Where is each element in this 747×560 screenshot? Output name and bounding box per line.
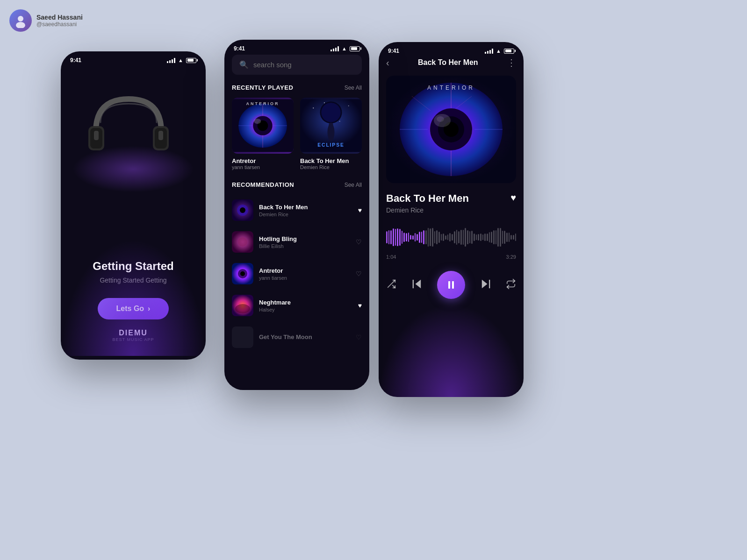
svg-point-20: [313, 107, 314, 108]
getting-started-subtitle: Getting Started Getting: [70, 276, 196, 284]
search-input[interactable]: [253, 61, 354, 69]
waveform-bar: [415, 233, 416, 241]
user-badge: Saeed Hassani @saeedhassani: [9, 9, 83, 32]
album-cards: ANTERIOR Antretor yann tiarsen: [232, 98, 362, 170]
signal-icon-3: [485, 48, 493, 54]
svg-text:ECLIPSE: ECLIPSE: [317, 142, 345, 148]
shuffle-button[interactable]: [386, 279, 396, 291]
waveform-bar: [504, 231, 505, 244]
more-options-button[interactable]: ⋮: [507, 57, 516, 68]
wifi-icon: ▲: [178, 57, 183, 63]
status-bar-2: 9:41 ▲: [224, 40, 369, 55]
waveform-bar: [467, 230, 468, 244]
album-artist-eclipse: Demien Rice: [300, 164, 362, 170]
waveform-bar: [489, 232, 490, 242]
heart-icon-0[interactable]: ♥: [358, 206, 362, 214]
waveform-bar: [465, 228, 466, 246]
see-all-recently[interactable]: See All: [345, 85, 362, 91]
getting-started-bottom: Getting Started Getting Started Getting …: [70, 260, 196, 342]
rec-item-2[interactable]: Antretor yann tiarsen ♡: [232, 258, 362, 289]
waveform-bar: [402, 231, 403, 244]
svg-rect-56: [448, 281, 450, 289]
status-icons-1: ▲: [167, 57, 196, 63]
svg-point-1: [16, 22, 25, 28]
rec-info-0: Back To Her Men Demien Rice: [259, 204, 352, 217]
search-bar[interactable]: 🔍: [232, 55, 362, 75]
rec-artist-1: Billie Eilish: [259, 243, 350, 249]
rec-item-1[interactable]: Hotling Bling Billie Eilish ♡: [232, 227, 362, 257]
svg-point-34: [240, 271, 245, 276]
heart-icon-1[interactable]: ♡: [356, 238, 362, 246]
rec-info-1: Hotling Bling Billie Eilish: [259, 235, 350, 249]
rec-title-1: Hotling Bling: [259, 235, 350, 242]
album-card-antretor[interactable]: ANTERIOR Antretor yann tiarsen: [232, 98, 294, 170]
waveform-bar: [419, 232, 420, 243]
rec-artist-0: Demien Rice: [259, 212, 352, 217]
now-playing-album-art: ANTERIOR: [386, 76, 516, 183]
waveform-bar: [460, 230, 462, 245]
arrow-icon: ›: [148, 305, 150, 313]
svg-text:ANTERIOR: ANTERIOR: [427, 85, 475, 91]
waveform-bar: [480, 234, 481, 241]
rec-thumb-4: [232, 326, 253, 348]
waveform-bar: [452, 234, 453, 240]
svg-rect-7: [158, 131, 163, 140]
waveform-bar: [390, 230, 392, 244]
recommendation-label: RECOMMENDATION: [232, 181, 294, 188]
album-label: ANTERIOR: [232, 101, 294, 106]
repeat-button[interactable]: [506, 279, 516, 291]
headphone-image: [82, 85, 185, 178]
waveform-bar: [500, 228, 501, 247]
see-all-rec[interactable]: See All: [345, 182, 362, 188]
avatar: [9, 9, 32, 32]
svg-point-22: [324, 102, 325, 103]
signal-icon-2: [330, 46, 339, 51]
waveform-bar: [406, 233, 407, 241]
lets-go-button[interactable]: Lets Go ›: [98, 298, 169, 319]
rec-thumb-0: [232, 199, 253, 221]
svg-marker-58: [481, 279, 487, 288]
waveform-bar: [447, 234, 449, 240]
waveform-bar: [513, 235, 514, 240]
rec-thumb-1: [232, 231, 253, 253]
battery-icon-2: [350, 46, 360, 51]
album-card-eclipse[interactable]: ECLIPSE Back To Her Men Demien Rice: [300, 98, 362, 170]
user-name: Saeed Hassani: [36, 14, 83, 21]
np-heart-button[interactable]: ♥: [510, 192, 516, 203]
heart-icon-4[interactable]: ♡: [356, 333, 362, 341]
svg-point-23: [339, 121, 340, 122]
svg-point-25: [329, 122, 333, 127]
battery-icon-3: [504, 49, 514, 54]
waveform-bar: [487, 234, 488, 241]
waveform-bar: [410, 235, 411, 240]
rec-title-2: Antretor: [259, 267, 350, 274]
previous-button[interactable]: [410, 277, 424, 293]
getting-started-content: Getting Started Getting Started Getting …: [61, 66, 206, 356]
player-controls: [386, 271, 516, 299]
rec-item-0[interactable]: Back To Her Men Demien Rice ♥: [232, 195, 362, 226]
rec-title-3: Neghtmare: [259, 299, 352, 306]
waveform-bar: [506, 233, 508, 242]
waveform-bar: [515, 234, 516, 241]
waveform-bar: [432, 228, 433, 246]
rec-item-4[interactable]: Get You The Moon ♡: [232, 322, 362, 353]
svg-point-16: [254, 119, 261, 124]
next-button[interactable]: [479, 277, 492, 293]
status-time-1: 9:41: [70, 57, 81, 64]
waveform: [386, 223, 516, 251]
waveform-bar: [397, 228, 398, 246]
heart-icon-2[interactable]: ♡: [356, 270, 362, 277]
album-title-eclipse: Back To Her Men: [300, 157, 362, 164]
back-button[interactable]: ‹: [386, 57, 389, 68]
song-info: Back To Her Men Demien Rice ♥: [386, 192, 516, 214]
user-handle: @saeedhassani: [36, 21, 83, 28]
waveform-bar: [476, 234, 477, 240]
waveform-bar: [425, 230, 427, 244]
svg-rect-57: [452, 281, 454, 289]
rec-item-3[interactable]: Neghtmare Halsey ♥: [232, 290, 362, 321]
waveform-bar: [443, 234, 444, 241]
heart-icon-3[interactable]: ♥: [358, 302, 362, 309]
play-pause-button[interactable]: [437, 271, 465, 299]
np-song-title: Back To Her Men: [386, 192, 469, 205]
signal-icon: [167, 57, 175, 63]
